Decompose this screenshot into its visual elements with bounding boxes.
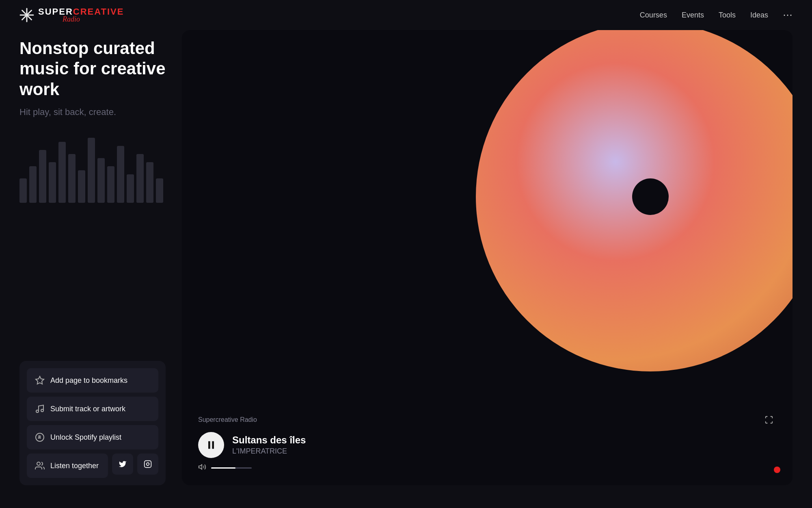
svg-marker-13 [199, 465, 202, 469]
waveform-bar [127, 174, 134, 203]
volume-icon [198, 463, 206, 473]
waveform-bar [58, 142, 66, 203]
hero-subtitle: Hit play, sit back, create. [19, 107, 166, 117]
svg-point-5 [36, 410, 39, 412]
nav-more-button[interactable]: ⋯ [783, 9, 793, 21]
music-icon [35, 404, 45, 414]
nav: Courses Events Tools Ideas ⋯ [640, 9, 793, 21]
twitter-icon [119, 460, 127, 468]
pause-icon [205, 439, 217, 451]
logo-brand: SUPERCREATIVE [38, 7, 124, 16]
nav-tools[interactable]: Tools [719, 11, 736, 20]
play-pause-button[interactable] [198, 432, 224, 458]
listen-together-button[interactable]: Listen together [27, 454, 108, 478]
svg-point-8 [37, 462, 40, 465]
waveform-bar [117, 146, 124, 203]
volume-track[interactable] [211, 467, 252, 469]
left-panel: Nonstop curated music for creative work … [19, 30, 166, 485]
track-artist: L'IMPERATRICE [232, 447, 776, 456]
album-center [632, 178, 669, 215]
player-controls: Supercreative Radio Sultans des île [182, 400, 793, 485]
spotify-icon [35, 432, 45, 442]
spotify-button[interactable]: Unlock Spotify playlist [27, 425, 158, 449]
logo-icon [19, 8, 34, 22]
recording-dot [774, 467, 780, 473]
player-panel: Supercreative Radio Sultans des île [182, 30, 793, 485]
expand-button[interactable] [762, 412, 776, 427]
star-icon [35, 376, 45, 385]
waveform [19, 130, 166, 203]
waveform-bar [19, 178, 27, 203]
users-icon [35, 461, 45, 471]
svg-rect-12 [212, 441, 214, 449]
nav-ideas[interactable]: Ideas [750, 11, 768, 20]
waveform-bar [39, 150, 46, 203]
waveform-bar [88, 138, 95, 203]
album-art [476, 30, 793, 371]
waveform-bar [49, 162, 56, 203]
volume-row [198, 463, 776, 473]
bookmark-button[interactable]: Add page to bookmarks [27, 368, 158, 393]
nav-events[interactable]: Events [682, 11, 704, 20]
waveform-bar [78, 170, 85, 203]
track-info: Sultans des îles L'IMPERATRICE [232, 434, 776, 456]
waveform-bar [156, 178, 163, 203]
logo-radio: Radio [63, 15, 124, 23]
waveform-bar [146, 162, 153, 203]
instagram-button[interactable] [137, 454, 158, 475]
track-name: Sultans des îles [232, 434, 776, 446]
volume-fill [211, 467, 235, 469]
action-card: Add page to bookmarks Submit track or ar… [19, 361, 166, 485]
svg-point-6 [41, 409, 43, 412]
station-name: Supercreative Radio [198, 416, 257, 423]
logo-text: SUPERCREATIVE Radio [38, 7, 124, 23]
submit-track-button[interactable]: Submit track or artwork [27, 397, 158, 421]
waveform-bar [68, 154, 76, 203]
waveform-bar [107, 166, 114, 203]
logo-area: SUPERCREATIVE Radio [19, 7, 124, 23]
svg-rect-9 [145, 461, 151, 468]
nav-courses[interactable]: Courses [640, 11, 667, 20]
expand-icon [764, 415, 773, 424]
social-row: Listen together [27, 454, 158, 478]
main-content: Nonstop curated music for creative work … [0, 30, 812, 501]
svg-rect-11 [208, 441, 210, 449]
hero-text: Nonstop curated music for creative work … [19, 38, 166, 117]
svg-marker-4 [36, 376, 44, 384]
player-info-row: Sultans des îles L'IMPERATRICE [198, 432, 776, 458]
waveform-bar [136, 154, 144, 203]
header: SUPERCREATIVE Radio Courses Events Tools… [0, 0, 812, 30]
hero-title: Nonstop curated music for creative work [19, 38, 166, 100]
waveform-bar [97, 158, 105, 203]
twitter-button[interactable] [112, 454, 133, 475]
instagram-icon [144, 460, 152, 468]
waveform-bar [29, 166, 37, 203]
